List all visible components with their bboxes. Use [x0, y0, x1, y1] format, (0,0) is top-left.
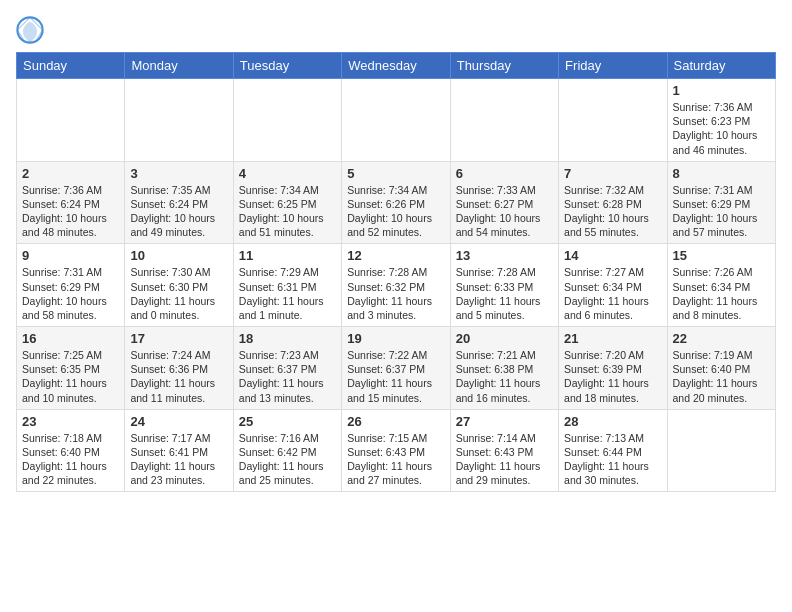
day-of-week-header: Thursday — [450, 53, 558, 79]
day-info: Sunrise: 7:14 AM Sunset: 6:43 PM Dayligh… — [456, 431, 553, 488]
day-info: Sunrise: 7:16 AM Sunset: 6:42 PM Dayligh… — [239, 431, 336, 488]
day-number: 25 — [239, 414, 336, 429]
calendar-cell: 9Sunrise: 7:31 AM Sunset: 6:29 PM Daylig… — [17, 244, 125, 327]
day-info: Sunrise: 7:27 AM Sunset: 6:34 PM Dayligh… — [564, 265, 661, 322]
calendar-cell: 27Sunrise: 7:14 AM Sunset: 6:43 PM Dayli… — [450, 409, 558, 492]
day-number: 17 — [130, 331, 227, 346]
calendar-cell: 26Sunrise: 7:15 AM Sunset: 6:43 PM Dayli… — [342, 409, 450, 492]
page-header — [16, 16, 776, 44]
calendar-week-row: 16Sunrise: 7:25 AM Sunset: 6:35 PM Dayli… — [17, 327, 776, 410]
calendar-cell: 4Sunrise: 7:34 AM Sunset: 6:25 PM Daylig… — [233, 161, 341, 244]
day-info: Sunrise: 7:29 AM Sunset: 6:31 PM Dayligh… — [239, 265, 336, 322]
calendar-cell: 1Sunrise: 7:36 AM Sunset: 6:23 PM Daylig… — [667, 79, 775, 162]
day-info: Sunrise: 7:23 AM Sunset: 6:37 PM Dayligh… — [239, 348, 336, 405]
calendar-week-row: 2Sunrise: 7:36 AM Sunset: 6:24 PM Daylig… — [17, 161, 776, 244]
calendar-week-row: 23Sunrise: 7:18 AM Sunset: 6:40 PM Dayli… — [17, 409, 776, 492]
calendar-cell — [342, 79, 450, 162]
calendar-cell: 11Sunrise: 7:29 AM Sunset: 6:31 PM Dayli… — [233, 244, 341, 327]
day-of-week-header: Sunday — [17, 53, 125, 79]
calendar-cell — [559, 79, 667, 162]
calendar-cell: 22Sunrise: 7:19 AM Sunset: 6:40 PM Dayli… — [667, 327, 775, 410]
calendar-week-row: 9Sunrise: 7:31 AM Sunset: 6:29 PM Daylig… — [17, 244, 776, 327]
logo-icon — [16, 16, 44, 44]
day-number: 15 — [673, 248, 770, 263]
day-number: 27 — [456, 414, 553, 429]
day-number: 2 — [22, 166, 119, 181]
day-info: Sunrise: 7:30 AM Sunset: 6:30 PM Dayligh… — [130, 265, 227, 322]
day-info: Sunrise: 7:17 AM Sunset: 6:41 PM Dayligh… — [130, 431, 227, 488]
calendar-cell — [17, 79, 125, 162]
day-number: 22 — [673, 331, 770, 346]
calendar-header-row: SundayMondayTuesdayWednesdayThursdayFrid… — [17, 53, 776, 79]
day-number: 14 — [564, 248, 661, 263]
calendar-cell: 7Sunrise: 7:32 AM Sunset: 6:28 PM Daylig… — [559, 161, 667, 244]
day-info: Sunrise: 7:33 AM Sunset: 6:27 PM Dayligh… — [456, 183, 553, 240]
day-number: 7 — [564, 166, 661, 181]
calendar-cell: 8Sunrise: 7:31 AM Sunset: 6:29 PM Daylig… — [667, 161, 775, 244]
calendar-table: SundayMondayTuesdayWednesdayThursdayFrid… — [16, 52, 776, 492]
day-number: 4 — [239, 166, 336, 181]
day-info: Sunrise: 7:36 AM Sunset: 6:24 PM Dayligh… — [22, 183, 119, 240]
calendar-cell: 5Sunrise: 7:34 AM Sunset: 6:26 PM Daylig… — [342, 161, 450, 244]
calendar-cell: 21Sunrise: 7:20 AM Sunset: 6:39 PM Dayli… — [559, 327, 667, 410]
calendar-cell: 6Sunrise: 7:33 AM Sunset: 6:27 PM Daylig… — [450, 161, 558, 244]
day-info: Sunrise: 7:32 AM Sunset: 6:28 PM Dayligh… — [564, 183, 661, 240]
day-info: Sunrise: 7:13 AM Sunset: 6:44 PM Dayligh… — [564, 431, 661, 488]
day-number: 20 — [456, 331, 553, 346]
day-number: 19 — [347, 331, 444, 346]
day-number: 28 — [564, 414, 661, 429]
day-of-week-header: Tuesday — [233, 53, 341, 79]
day-info: Sunrise: 7:34 AM Sunset: 6:25 PM Dayligh… — [239, 183, 336, 240]
day-info: Sunrise: 7:34 AM Sunset: 6:26 PM Dayligh… — [347, 183, 444, 240]
calendar-cell: 12Sunrise: 7:28 AM Sunset: 6:32 PM Dayli… — [342, 244, 450, 327]
day-info: Sunrise: 7:20 AM Sunset: 6:39 PM Dayligh… — [564, 348, 661, 405]
day-number: 10 — [130, 248, 227, 263]
calendar-cell: 24Sunrise: 7:17 AM Sunset: 6:41 PM Dayli… — [125, 409, 233, 492]
day-info: Sunrise: 7:31 AM Sunset: 6:29 PM Dayligh… — [673, 183, 770, 240]
logo — [16, 16, 46, 44]
day-info: Sunrise: 7:28 AM Sunset: 6:32 PM Dayligh… — [347, 265, 444, 322]
day-number: 26 — [347, 414, 444, 429]
day-number: 11 — [239, 248, 336, 263]
calendar-cell: 15Sunrise: 7:26 AM Sunset: 6:34 PM Dayli… — [667, 244, 775, 327]
calendar-cell: 23Sunrise: 7:18 AM Sunset: 6:40 PM Dayli… — [17, 409, 125, 492]
calendar-cell: 20Sunrise: 7:21 AM Sunset: 6:38 PM Dayli… — [450, 327, 558, 410]
day-number: 13 — [456, 248, 553, 263]
calendar-cell: 19Sunrise: 7:22 AM Sunset: 6:37 PM Dayli… — [342, 327, 450, 410]
day-number: 16 — [22, 331, 119, 346]
day-number: 21 — [564, 331, 661, 346]
day-number: 23 — [22, 414, 119, 429]
calendar-cell — [125, 79, 233, 162]
day-number: 6 — [456, 166, 553, 181]
day-info: Sunrise: 7:36 AM Sunset: 6:23 PM Dayligh… — [673, 100, 770, 157]
day-info: Sunrise: 7:18 AM Sunset: 6:40 PM Dayligh… — [22, 431, 119, 488]
day-number: 5 — [347, 166, 444, 181]
calendar-cell: 17Sunrise: 7:24 AM Sunset: 6:36 PM Dayli… — [125, 327, 233, 410]
calendar-cell: 16Sunrise: 7:25 AM Sunset: 6:35 PM Dayli… — [17, 327, 125, 410]
calendar-cell: 3Sunrise: 7:35 AM Sunset: 6:24 PM Daylig… — [125, 161, 233, 244]
day-info: Sunrise: 7:19 AM Sunset: 6:40 PM Dayligh… — [673, 348, 770, 405]
calendar-cell — [667, 409, 775, 492]
calendar-cell: 10Sunrise: 7:30 AM Sunset: 6:30 PM Dayli… — [125, 244, 233, 327]
calendar-cell: 2Sunrise: 7:36 AM Sunset: 6:24 PM Daylig… — [17, 161, 125, 244]
calendar-cell: 25Sunrise: 7:16 AM Sunset: 6:42 PM Dayli… — [233, 409, 341, 492]
day-number: 9 — [22, 248, 119, 263]
day-of-week-header: Friday — [559, 53, 667, 79]
calendar-week-row: 1Sunrise: 7:36 AM Sunset: 6:23 PM Daylig… — [17, 79, 776, 162]
day-info: Sunrise: 7:22 AM Sunset: 6:37 PM Dayligh… — [347, 348, 444, 405]
calendar-cell: 13Sunrise: 7:28 AM Sunset: 6:33 PM Dayli… — [450, 244, 558, 327]
day-info: Sunrise: 7:35 AM Sunset: 6:24 PM Dayligh… — [130, 183, 227, 240]
day-info: Sunrise: 7:25 AM Sunset: 6:35 PM Dayligh… — [22, 348, 119, 405]
calendar-cell — [233, 79, 341, 162]
day-info: Sunrise: 7:31 AM Sunset: 6:29 PM Dayligh… — [22, 265, 119, 322]
day-number: 24 — [130, 414, 227, 429]
day-of-week-header: Saturday — [667, 53, 775, 79]
day-info: Sunrise: 7:21 AM Sunset: 6:38 PM Dayligh… — [456, 348, 553, 405]
day-number: 18 — [239, 331, 336, 346]
day-number: 12 — [347, 248, 444, 263]
calendar-cell — [450, 79, 558, 162]
day-number: 1 — [673, 83, 770, 98]
calendar-cell: 14Sunrise: 7:27 AM Sunset: 6:34 PM Dayli… — [559, 244, 667, 327]
day-info: Sunrise: 7:24 AM Sunset: 6:36 PM Dayligh… — [130, 348, 227, 405]
day-of-week-header: Wednesday — [342, 53, 450, 79]
